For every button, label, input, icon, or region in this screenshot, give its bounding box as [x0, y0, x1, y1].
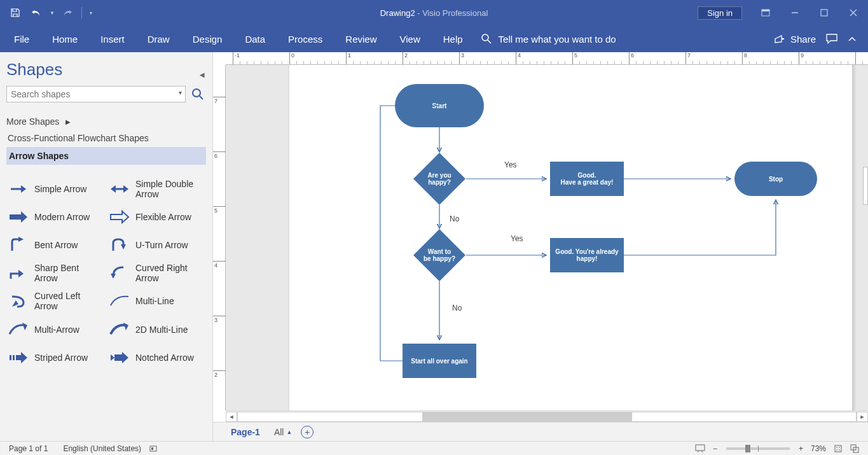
flowchart-process-restart[interactable]: Start all over again [403, 344, 476, 378]
macro-recording-icon[interactable] [145, 442, 162, 456]
zoom-out-button[interactable]: − [709, 442, 721, 456]
tab-help[interactable]: Help [432, 25, 474, 52]
all-pages-tab[interactable]: All▲ [274, 427, 292, 437]
tab-view[interactable]: View [388, 25, 431, 52]
scroll-left-button[interactable]: ◄ [226, 412, 237, 422]
arrow-icon [8, 207, 29, 227]
tab-design[interactable]: Design [181, 25, 234, 52]
flowchart-process-2[interactable]: Good. You're alreadyhappy! [550, 238, 624, 272]
shape-item-label: Notched Arrow [135, 353, 194, 363]
arrow-icon [109, 348, 130, 367]
tab-data[interactable]: Data [233, 25, 277, 52]
scroll-right-button[interactable]: ► [857, 412, 868, 422]
qat-customize-icon[interactable]: ▾ [87, 10, 95, 16]
comments-button[interactable] [826, 34, 837, 44]
arrow-icon [109, 263, 130, 283]
minimize-button[interactable] [780, 0, 809, 25]
shape-item-label: Striped Arrow [34, 353, 88, 363]
tell-me-search[interactable]: Tell me what you want to do [481, 33, 616, 45]
fit-page-button[interactable] [830, 442, 846, 456]
shape-item-label: Simple Double Arrow [135, 179, 205, 199]
more-shapes-menu[interactable]: More Shapes▶ [6, 114, 206, 129]
tab-draw[interactable]: Draw [136, 25, 181, 52]
sign-in-button[interactable]: Sign in [698, 6, 742, 20]
tab-process[interactable]: Process [277, 25, 334, 52]
collapse-panel-icon[interactable]: ◄ [198, 70, 206, 80]
ruler-v-tick: 3 [213, 316, 226, 323]
arrow-icon [109, 179, 130, 199]
tab-file[interactable]: File [3, 25, 41, 52]
ribbon: File Home Insert Draw Design Data Proces… [0, 25, 868, 52]
arrow-icon [8, 320, 29, 339]
redo-button[interactable] [59, 4, 76, 22]
collapse-ribbon-button[interactable] [848, 34, 857, 43]
shape-item-label: Multi-Arrow [34, 325, 79, 335]
undo-button[interactable] [28, 4, 46, 22]
chevron-right-icon: ▶ [65, 118, 71, 125]
shape-item-striped[interactable]: Striped Arrow [6, 345, 105, 370]
shape-item-curvedright[interactable]: Curved Right Arrow [107, 260, 206, 286]
scroll-track[interactable] [237, 412, 857, 422]
close-button[interactable] [839, 0, 868, 25]
flowchart-decision-1[interactable]: Are you happy? [413, 153, 465, 205]
shape-item-label: Modern Arrow [34, 212, 90, 222]
presentation-mode-button[interactable] [691, 442, 709, 456]
shape-item-2dmultiline[interactable]: 2D Multi-Line [107, 317, 206, 342]
tab-insert[interactable]: Insert [89, 25, 136, 52]
shape-item-notched[interactable]: Notched Arrow [107, 345, 206, 370]
svg-rect-11 [13, 355, 15, 360]
shape-item-double[interactable]: Simple Double Arrow [107, 176, 206, 202]
ribbon-display-options-icon[interactable] [751, 0, 780, 25]
shape-item-bent[interactable]: Bent Arrow [6, 232, 105, 258]
search-button[interactable] [189, 86, 206, 102]
tab-home[interactable]: Home [41, 25, 89, 52]
flowchart-stop[interactable]: Stop [734, 162, 817, 196]
page-tab-1[interactable]: Page-1 [226, 424, 265, 440]
zoom-slider[interactable] [726, 447, 790, 450]
shape-item-curvedleft[interactable]: Curved Left Arrow [6, 288, 105, 314]
ruler-h-tick: 3 [459, 52, 464, 65]
zoom-in-button[interactable]: + [795, 442, 807, 456]
language-status[interactable]: English (United States) [59, 442, 145, 456]
shape-item-uturn[interactable]: U-Turn Arrow [107, 232, 206, 258]
page-count[interactable]: Page 1 of 1 [5, 442, 52, 456]
flowchart-start[interactable]: Start [395, 84, 484, 127]
shape-item-simple[interactable]: Simple Arrow [6, 176, 105, 202]
ruler-v-tick: 6 [213, 151, 226, 159]
pan-zoom-window-button[interactable] [846, 442, 863, 456]
shape-item-modern[interactable]: Modern Arrow [6, 204, 105, 230]
undo-dropdown-icon[interactable]: ▼ [50, 10, 55, 16]
pan-handle[interactable] [863, 167, 868, 205]
shape-item-multiarrow[interactable]: Multi-Arrow [6, 317, 105, 342]
shape-item-sharpbent[interactable]: Sharp Bent Arrow [6, 260, 105, 286]
tab-review[interactable]: Review [334, 25, 388, 52]
arrow-icon [8, 235, 29, 255]
canvas-background[interactable]: Start Are you happy? Want to be happy? G… [226, 65, 868, 410]
drawing-page[interactable]: Start Are you happy? Want to be happy? G… [289, 65, 852, 410]
arrow-icon [8, 263, 29, 283]
search-icon [481, 33, 492, 45]
shapes-panel-title: Shapes [6, 56, 206, 86]
shape-item-label: Multi-Line [135, 296, 174, 306]
horizontal-scrollbar[interactable]: ◄ ► [226, 410, 868, 422]
quick-access-toolbar: ▼ ▾ [0, 4, 95, 22]
add-page-button[interactable]: + [301, 426, 313, 438]
maximize-button[interactable] [809, 0, 839, 25]
comment-icon [826, 34, 837, 44]
flowchart-process-1[interactable]: Good.Have a great day! [550, 162, 624, 196]
shapes-search-input[interactable] [6, 86, 186, 102]
scroll-thumb[interactable] [422, 412, 632, 421]
stencil-arrow-shapes[interactable]: Arrow Shapes [6, 147, 206, 165]
flowchart-decision-2[interactable]: Want to be happy? [413, 229, 465, 281]
status-bar: Page 1 of 1 English (United States) − + … [0, 441, 868, 455]
arrow-icon [8, 179, 29, 199]
shape-item-multiline[interactable]: Multi-Line [107, 288, 206, 314]
label-yes-2: Yes [511, 234, 523, 243]
zoom-level[interactable]: 73% [807, 442, 830, 456]
share-button[interactable]: Share [774, 34, 816, 45]
search-dropdown-icon[interactable]: ▾ [179, 89, 182, 96]
save-button[interactable] [6, 4, 24, 22]
ruler-h-tick: 8 [742, 52, 747, 65]
shape-item-flexible[interactable]: Flexible Arrow [107, 204, 206, 230]
stencil-cross-functional[interactable]: Cross-Functional Flowchart Shapes [6, 129, 206, 147]
